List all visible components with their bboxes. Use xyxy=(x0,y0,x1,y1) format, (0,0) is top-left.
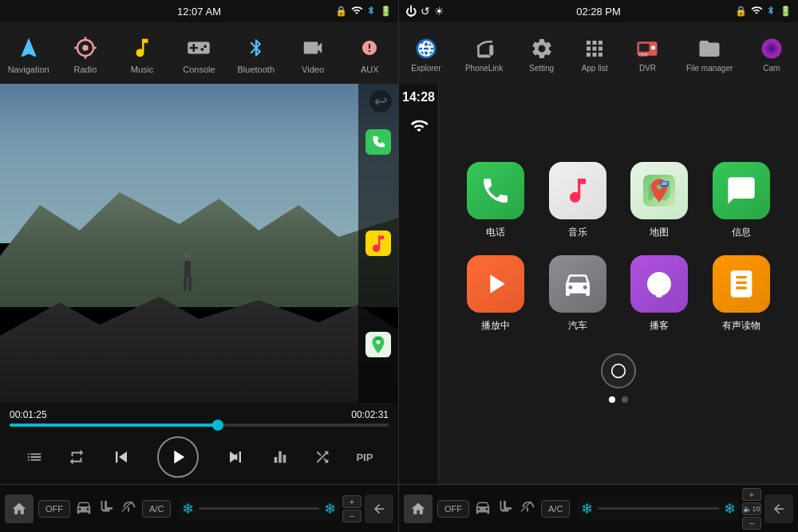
nav-item-console[interactable]: Console xyxy=(175,33,223,74)
wifi-icon xyxy=(351,5,362,18)
page-dot-2[interactable] xyxy=(622,396,628,403)
right-nav-filemanager[interactable]: File manager xyxy=(686,34,733,73)
progress-bar[interactable] xyxy=(10,424,389,427)
right-nav-dvr[interactable]: DVR DVR xyxy=(633,34,662,73)
right-status-bar: ⏻ ↺ ☀ 02:28 PM 🔒 🔋 xyxy=(399,0,798,22)
right-bluetooth-icon xyxy=(766,5,776,18)
sidebar-wifi xyxy=(410,117,428,138)
person-figure xyxy=(180,251,196,291)
right-fan-icon-right: ❄ xyxy=(724,500,736,518)
app-row-2: 播放中 汽车 播客 xyxy=(455,255,782,333)
nav-item-music[interactable]: Music xyxy=(118,33,166,74)
right-vol-up[interactable]: + xyxy=(742,488,761,501)
left-off-button[interactable]: OFF xyxy=(38,500,70,518)
audiobook-app-label: 有声读物 xyxy=(722,319,760,333)
right-back-button[interactable] xyxy=(764,495,793,523)
right-off-button[interactable]: OFF xyxy=(437,500,469,518)
right-nav-label-phonelink: PhoneLink xyxy=(465,64,503,73)
left-fan-area: ❄ ❄ xyxy=(179,498,339,520)
right-nav-label-dvr: DVR xyxy=(639,64,656,73)
left-status-bar: 12:07 AM 🔒 🔋 xyxy=(0,0,398,22)
nav-item-aux[interactable]: AUX xyxy=(346,33,393,74)
playlist-button[interactable] xyxy=(26,448,43,466)
nav-label-aux: AUX xyxy=(361,65,379,74)
side-icons: 280 xyxy=(358,84,398,403)
right-fan-slider[interactable] xyxy=(598,507,719,510)
progress-thumb[interactable] xyxy=(212,420,223,431)
app-row-1: 电话 音乐 xyxy=(455,162,782,239)
home-button-area xyxy=(455,349,782,393)
app-nowplaying[interactable]: 播放中 xyxy=(460,255,531,333)
side-icon-music[interactable] xyxy=(363,228,393,258)
nav-item-bluetooth[interactable]: Bluetooth xyxy=(232,33,280,74)
right-nav-applist[interactable]: App list xyxy=(580,34,609,73)
right-nav-cam[interactable]: Cam xyxy=(757,34,786,73)
right-refresh-icon: ↺ xyxy=(421,5,430,18)
nav-label-radio: Radio xyxy=(74,65,97,74)
nowplaying-app-icon xyxy=(467,255,524,313)
right-home-button[interactable] xyxy=(404,495,433,523)
left-vol-down[interactable]: − xyxy=(342,510,361,522)
svg-point-0 xyxy=(82,45,89,51)
app-messages[interactable]: 信息 xyxy=(705,162,777,239)
left-fan-icon-right: ❄ xyxy=(324,500,336,518)
app-podcast[interactable]: 播客 xyxy=(623,255,695,333)
repeat-button[interactable] xyxy=(68,448,85,466)
left-vol-up[interactable]: + xyxy=(342,495,361,508)
right-lock-icon: 🔒 xyxy=(735,6,747,17)
pip-label: PIP xyxy=(356,451,373,463)
right-nav-phonelink[interactable]: PhoneLink xyxy=(465,34,503,73)
play-button[interactable] xyxy=(157,436,199,478)
eq-button[interactable] xyxy=(271,448,289,466)
battery-icon: 🔋 xyxy=(380,6,392,17)
right-nav-label-cam: Cam xyxy=(763,64,780,73)
right-status-icons: 🔒 🔋 xyxy=(735,5,792,18)
app-audiobook[interactable]: 有声读物 xyxy=(705,255,777,333)
shuffle-button[interactable] xyxy=(314,448,331,466)
right-vol-label: 🔈10 xyxy=(742,502,761,515)
nav-item-navigation[interactable]: Navigation xyxy=(5,33,53,74)
bluetooth-icon xyxy=(366,5,376,18)
right-seat-icon xyxy=(496,499,514,519)
nav-item-radio[interactable]: Radio xyxy=(61,33,109,74)
pip-button[interactable]: PIP xyxy=(356,451,373,463)
app-music[interactable]: 音乐 xyxy=(542,162,614,239)
nav-label-bluetooth: Bluetooth xyxy=(238,65,275,74)
app-phone[interactable]: 电话 xyxy=(460,162,531,239)
left-back-button[interactable] xyxy=(365,495,393,523)
right-vol-down[interactable]: − xyxy=(742,517,761,530)
person-body xyxy=(184,261,191,277)
left-status-icons: 🔒 🔋 xyxy=(335,5,392,18)
filemanager-icon xyxy=(695,34,724,63)
app-car[interactable]: 汽车 xyxy=(542,255,614,333)
left-top-nav: 12:07 AM 🔒 🔋 xyxy=(0,0,398,84)
left-seat-icon xyxy=(97,499,115,519)
prev-button[interactable] xyxy=(110,446,132,468)
nav-item-video[interactable]: Video xyxy=(289,33,337,74)
person-head xyxy=(184,251,192,259)
video-area[interactable]: ↩ xyxy=(0,84,398,403)
app-grid-area: 14:28 电话 xyxy=(399,84,798,484)
left-fan-slider[interactable] xyxy=(199,507,319,510)
right-nav-explorer[interactable]: Explorer xyxy=(411,34,440,73)
messages-app-label: 信息 xyxy=(732,226,751,239)
next-button[interactable] xyxy=(224,446,247,468)
aux-icon xyxy=(354,33,385,63)
car-app-label: 汽车 xyxy=(568,319,587,333)
side-icon-maps[interactable]: 280 xyxy=(363,329,393,360)
video-scene xyxy=(0,84,398,403)
podcast-app-icon xyxy=(630,255,688,313)
progress-fill xyxy=(10,424,218,427)
left-home-button[interactable] xyxy=(5,495,34,523)
right-nav-setting[interactable]: Setting xyxy=(527,34,556,73)
audiobook-app-icon xyxy=(713,255,770,313)
app-maps[interactable]: 280 地图 xyxy=(623,162,695,239)
home-button[interactable] xyxy=(601,353,636,388)
side-icon-phone[interactable] xyxy=(363,127,393,157)
right-ac-button[interactable]: A/C xyxy=(541,500,570,518)
person-legs xyxy=(180,277,196,291)
page-dot-1[interactable] xyxy=(609,396,615,403)
right-climate-controls: OFF A/C ❄ ❄ xyxy=(437,498,739,520)
svg-point-8 xyxy=(651,45,655,49)
left-ac-button[interactable]: A/C xyxy=(142,500,171,518)
